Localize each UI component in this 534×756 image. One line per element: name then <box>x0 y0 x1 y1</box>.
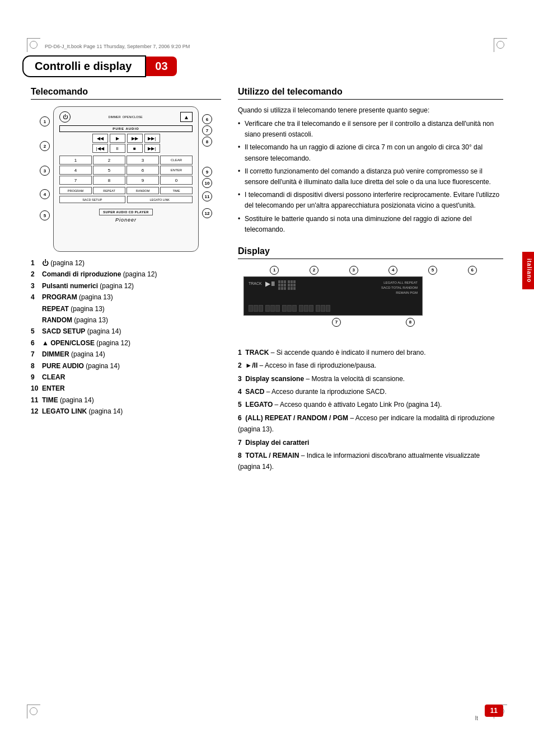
callout-2: 2 <box>40 141 50 151</box>
rew-button[interactable]: |◀◀ <box>92 144 108 153</box>
callout-12: 12 <box>202 208 212 218</box>
legend-item-5: 5 SACD SETUP (pagina 14) <box>31 326 221 337</box>
disp-callout-6: 6 <box>468 266 477 275</box>
corner-reg-tl <box>27 38 40 51</box>
time-button[interactable]: TIME <box>160 187 193 194</box>
char-display-row <box>249 305 418 312</box>
disp-legend-2: 2 ►/II – Acceso in fase di riproduzione/… <box>238 360 503 371</box>
num7-button[interactable]: 7 <box>59 176 92 185</box>
legend-item-4: 4 PROGRAM (pagina 13)REPEAT (pagina 13)R… <box>31 292 221 326</box>
language-tab: italiano <box>522 252 534 289</box>
disp-legend-1: 1 TRACK – Si accende quando è indicato i… <box>238 347 503 358</box>
play-button[interactable]: ▶ <box>110 134 125 143</box>
num4-button[interactable]: 4 <box>59 166 92 175</box>
page-title: Controlli e display <box>22 55 146 77</box>
disp-callout-5: 5 <box>428 266 437 275</box>
bullet-5: Sostituire le batterie quando si nota un… <box>238 214 503 235</box>
bullet-2: Il telecomando ha un raggio di azione di… <box>238 142 503 163</box>
pure-audio-label: PURE AUDIO <box>59 125 193 132</box>
num3-button[interactable]: 3 <box>127 156 159 165</box>
prev-button[interactable]: ◀◀ <box>92 134 108 143</box>
display-callouts-top: 1 2 3 4 5 6 <box>243 266 503 275</box>
power-button[interactable]: ⏻ <box>59 111 71 123</box>
pause-button[interactable]: II <box>110 144 125 153</box>
callout-11: 11 <box>202 191 212 201</box>
legend-item-6: 6 ▲ OPEN/CLOSE (pagina 12) <box>31 337 221 349</box>
corner-reg-tr <box>494 38 507 51</box>
callout-8: 8 <box>202 137 212 147</box>
page-number: 11 <box>485 705 503 717</box>
bullet-4: I telecomandi di dispositivi diversi pos… <box>238 190 503 211</box>
remote-diagram: 1 2 3 4 5 6 7 8 9 10 11 12 ⏻ DIMMER OPEN… <box>53 106 199 252</box>
utilizzo-intro: Quando si utilizza il telecomando tenere… <box>238 106 503 114</box>
segment-displays <box>278 280 296 290</box>
display-section: Display 1 2 3 4 5 6 TRACK ▶ II <box>238 246 503 473</box>
num0-button[interactable]: 0 <box>160 176 193 185</box>
disp-callout-4: 4 <box>388 266 397 275</box>
ff-button[interactable]: ▶▶| <box>144 134 160 143</box>
callout-10: 10 <box>202 178 212 188</box>
num9-button[interactable]: 9 <box>127 176 159 185</box>
callout-4: 4 <box>40 189 50 199</box>
display-title: Display <box>238 246 503 259</box>
bottom-label: SUPER AUDIO CD PLAYER <box>99 209 152 215</box>
print-info: PD-D6-J_It.book Page 11 Thursday, Septem… <box>45 44 190 49</box>
random-button[interactable]: RANDOM <box>127 187 159 194</box>
content-area: Telecomando 1 2 3 4 5 6 7 8 9 10 11 12 ⏻… <box>31 87 503 711</box>
ffw-button[interactable]: ▶▶| <box>144 144 160 153</box>
display-screen: TRACK ▶ II <box>243 276 423 316</box>
callout-5: 5 <box>40 210 50 220</box>
display-callouts-bottom: 7 8 <box>243 318 503 327</box>
pioneer-logo: Pioneer <box>59 217 193 223</box>
header: Controlli e display 03 <box>22 56 512 76</box>
callout-9: 9 <box>202 167 212 177</box>
eject-button[interactable]: ▲ <box>180 112 193 122</box>
disp-legend-8: 8 TOTAL / REMAIN – Indica le informazion… <box>238 450 503 473</box>
legend-item-2: 2 Comandi di riproduzione (pagina 12) <box>31 269 221 280</box>
utilizzo-section: Utilizzo del telecomando Quando si utili… <box>238 87 503 235</box>
display-legend: 1 TRACK – Si accende quando è indicato i… <box>238 347 503 473</box>
num1-button[interactable]: 1 <box>59 156 92 165</box>
page-sub: It <box>475 715 478 721</box>
remote-legend: 1 ⏻ (pagina 12) 2 Comandi di riproduzion… <box>31 257 221 417</box>
disp-callout-8: 8 <box>406 318 415 327</box>
num6-button[interactable]: 6 <box>127 166 159 175</box>
num2-button[interactable]: 2 <box>93 156 125 165</box>
bullet-3: Il corretto funzionamento del comando a … <box>238 166 503 187</box>
sacd-setup-button[interactable]: SACD SETUP <box>59 196 125 203</box>
bullet-1: Verificare che tra il telecomando e il s… <box>238 119 503 140</box>
telecomando-title: Telecomando <box>31 87 221 100</box>
remote-body: ⏻ DIMMER OPEN/CLOSE ▲ PURE AUDIO ◀◀ ▶ ▶▶… <box>53 106 199 252</box>
clear-button[interactable]: CLEAR <box>160 156 193 165</box>
stop-button[interactable]: ■ <box>127 144 143 153</box>
display-right-labels: LEGATO ALL REPEAT SACD TOTAL RANDOM REMA… <box>381 280 418 295</box>
dimmer-open-label: DIMMER OPEN/CLOSE <box>108 115 142 119</box>
left-column: Telecomando 1 2 3 4 5 6 7 8 9 10 11 12 ⏻… <box>31 87 221 711</box>
callout-6: 6 <box>202 114 212 124</box>
repeat-button[interactable]: REPEAT <box>93 187 125 194</box>
callout-3: 3 <box>40 166 50 176</box>
disp-legend-4: 4 SACD – Acceso durante la riproduzione … <box>238 386 503 397</box>
chapter-number: 03 <box>146 57 176 76</box>
right-column: Utilizzo del telecomando Quando si utili… <box>238 87 503 711</box>
callout-1: 1 <box>40 116 50 126</box>
display-diagram-area: 1 2 3 4 5 6 TRACK ▶ II <box>243 266 503 327</box>
legend-item-12: 12 LEGATO LINK (pagina 14) <box>31 406 221 417</box>
legend-item-8: 8 PURE AUDIO (pagina 14) <box>31 360 221 372</box>
num5-button[interactable]: 5 <box>93 166 125 175</box>
legato-link-button[interactable]: LEGATO LINK <box>127 196 193 203</box>
legend-item-10: 10 ENTER <box>31 383 221 394</box>
legend-item-11: 11 TIME (pagina 14) <box>31 395 221 406</box>
disp-legend-7: 7 Display dei caratteri <box>238 437 503 448</box>
next-button[interactable]: ▶▶ <box>127 134 143 143</box>
callout-7: 7 <box>202 125 212 135</box>
program-button[interactable]: PROGRAM <box>59 187 92 194</box>
disp-callout-3: 3 <box>349 266 358 275</box>
legend-item-9: 9 CLEAR <box>31 372 221 383</box>
num8-button[interactable]: 8 <box>93 176 125 185</box>
enter-button[interactable]: ENTER <box>160 166 193 175</box>
disp-legend-3: 3 Display scansione – Mostra la velocità… <box>238 373 503 384</box>
utilizzo-title: Utilizzo del telecomando <box>238 87 503 100</box>
track-label: TRACK <box>249 281 262 285</box>
legend-item-3: 3 Pulsanti numerici (pagina 12) <box>31 280 221 292</box>
